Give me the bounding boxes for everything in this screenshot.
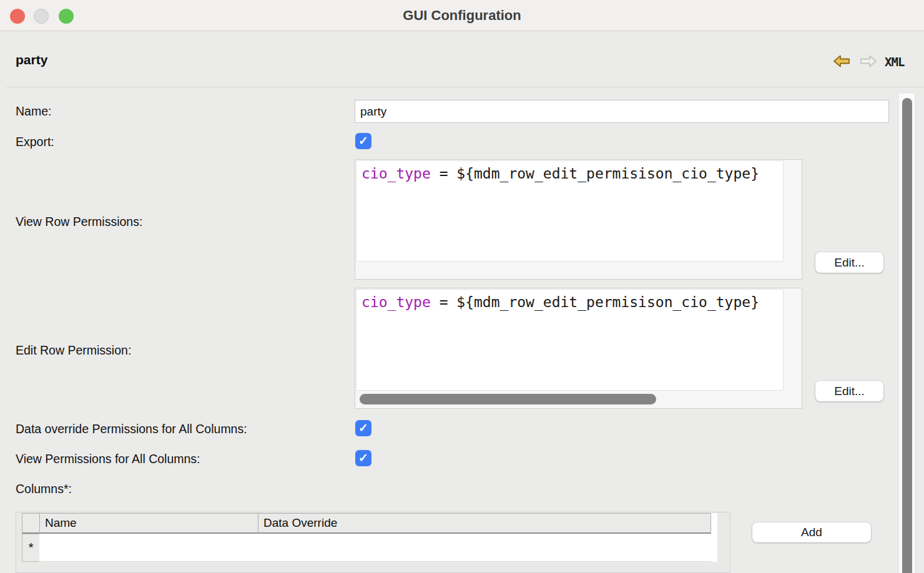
view-permissions-all-columns-checkbox[interactable]: ✓	[355, 450, 371, 466]
window-title: GUI Configuration	[0, 0, 924, 31]
data-override-all-columns-label: Data override Permissions for All Column…	[16, 421, 247, 436]
new-row-name-cell[interactable]	[39, 534, 258, 562]
edit-row-permission-pane: cio_type = ${mdm_row_edit_permisison_cio…	[355, 288, 802, 409]
code-keyword-text: cio_type	[361, 165, 431, 182]
columns-table-right-gap	[711, 513, 717, 562]
name-label: Name:	[16, 104, 51, 119]
view-row-permissions-edit-button[interactable]: Edit...	[815, 252, 883, 273]
header-divider	[6, 87, 924, 87]
code-rest-text: = ${mdm_row_edit_permisison_cio_type}	[431, 165, 759, 182]
export-label: Export:	[16, 134, 54, 149]
add-button[interactable]: Add	[752, 522, 871, 542]
edit-row-permission-edit-button[interactable]: Edit...	[815, 381, 883, 401]
new-row-marker-cell[interactable]: *	[22, 534, 40, 562]
view-permissions-all-columns-label: View Permissions for All Columns:	[16, 451, 200, 466]
columns-header-corner	[22, 513, 40, 534]
data-override-all-columns-checkbox[interactable]: ✓	[355, 420, 371, 436]
horizontal-scrollbar-thumb[interactable]	[360, 394, 656, 404]
xml-button[interactable]: XML	[885, 55, 904, 69]
checkbox-check-icon: ✓	[355, 133, 371, 149]
title-bar: GUI Configuration	[0, 0, 924, 31]
checkbox-check-icon: ✓	[355, 450, 371, 466]
name-input[interactable]	[355, 100, 889, 123]
edit-row-permission-label: Edit Row Permission:	[16, 343, 131, 358]
new-row-data-override-cell[interactable]	[258, 534, 711, 562]
view-row-permissions-code[interactable]: cio_type = ${mdm_row_edit_permisison_cio…	[356, 160, 784, 262]
edit-row-permission-code[interactable]: cio_type = ${mdm_row_edit_permisison_cio…	[356, 289, 784, 391]
export-checkbox[interactable]: ✓	[355, 133, 371, 149]
view-row-permissions-pane: cio_type = ${mdm_row_edit_permisison_cio…	[355, 159, 802, 280]
checkbox-check-icon: ✓	[355, 420, 371, 436]
columns-label: Columns*:	[16, 481, 72, 496]
columns-header-name: Name	[39, 513, 258, 534]
columns-header-data-override: Data Override	[258, 513, 711, 534]
code-keyword-text: cio_type	[361, 294, 431, 310]
code-rest-text: = ${mdm_row_edit_permisison_cio_type}	[431, 294, 759, 310]
page-title: party	[16, 52, 47, 67]
vertical-scrollbar-thumb[interactable]	[902, 98, 912, 573]
back-arrow-icon[interactable]	[833, 53, 850, 69]
forward-arrow-icon[interactable]	[860, 53, 877, 69]
view-row-permissions-label: View Row Permissions:	[16, 214, 142, 229]
